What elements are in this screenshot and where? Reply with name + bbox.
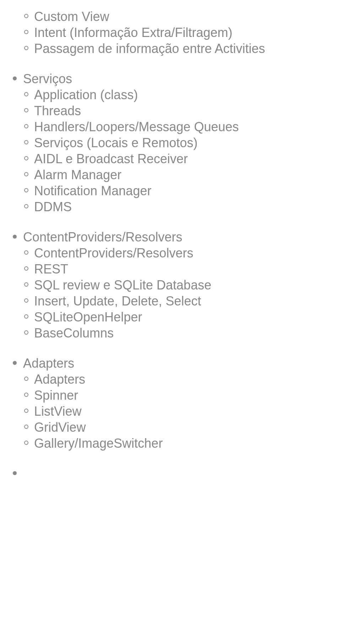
list-item: Handlers/Loopers/Message Queues <box>24 119 328 135</box>
section-servicos: Serviços Application (class) Threads Han… <box>13 71 328 215</box>
item-label: Application (class) <box>34 87 138 103</box>
item-label: Adapters <box>34 371 85 387</box>
section-header: Adapters <box>13 355 328 371</box>
list-item: DDMS <box>24 199 328 215</box>
section-contentproviders: ContentProviders/Resolvers ContentProvid… <box>13 229 328 341</box>
section-header-empty <box>13 465 328 475</box>
sublist-contentproviders: ContentProviders/Resolvers REST SQL revi… <box>13 245 328 341</box>
sublist-orphan: Custom View Intent (Informação Extra/Fil… <box>13 9 328 57</box>
section-title: Adapters <box>23 355 74 371</box>
item-label: Gallery/ImageSwitcher <box>34 435 163 451</box>
list-item: Serviços (Locais e Remotos) <box>24 135 328 151</box>
item-label: Threads <box>34 103 81 119</box>
item-label: BaseColumns <box>34 325 114 341</box>
item-label: ListView <box>34 403 81 419</box>
list-item: Insert, Update, Delete, Select <box>24 293 328 309</box>
list-item: Notification Manager <box>24 183 328 199</box>
list-item: GridView <box>24 419 328 435</box>
item-label: Notification Manager <box>34 183 151 199</box>
section-adapters: Adapters Adapters Spinner ListView GridV… <box>13 355 328 451</box>
item-label: AIDL e Broadcast Receiver <box>34 151 188 167</box>
list-item: Intent (Informação Extra/Filtragem) <box>24 25 328 41</box>
list-item: AIDL e Broadcast Receiver <box>24 151 328 167</box>
item-label: Intent (Informação Extra/Filtragem) <box>34 25 232 41</box>
sublist-adapters: Adapters Spinner ListView GridView Galle… <box>13 371 328 451</box>
list-item: Gallery/ImageSwitcher <box>24 435 328 451</box>
item-label: SQL review e SQLite Database <box>34 277 211 293</box>
section-header: ContentProviders/Resolvers <box>13 229 328 245</box>
document-page: Custom View Intent (Informação Extra/Fil… <box>0 0 341 489</box>
item-label: SQLiteOpenHelper <box>34 309 142 325</box>
sublist-servicos: Application (class) Threads Handlers/Loo… <box>13 87 328 215</box>
item-label: Serviços (Locais e Remotos) <box>34 135 197 151</box>
list-item: REST <box>24 261 328 277</box>
item-label: DDMS <box>34 199 72 215</box>
section-header: Serviços <box>13 71 328 87</box>
item-label: ContentProviders/Resolvers <box>34 245 193 261</box>
section-title: ContentProviders/Resolvers <box>23 229 182 245</box>
section-title: Serviços <box>23 71 72 87</box>
list-item: Custom View <box>24 9 328 25</box>
section-orphan: Custom View Intent (Informação Extra/Fil… <box>13 9 328 57</box>
list-item: Alarm Manager <box>24 167 328 183</box>
list-item: ContentProviders/Resolvers <box>24 245 328 261</box>
section-empty-trailing <box>13 465 328 475</box>
item-label: Custom View <box>34 9 109 25</box>
item-label: Handlers/Loopers/Message Queues <box>34 119 239 135</box>
item-label: GridView <box>34 419 86 435</box>
list-item: BaseColumns <box>24 325 328 341</box>
item-label: REST <box>34 261 68 277</box>
list-item: Threads <box>24 103 328 119</box>
list-item: Spinner <box>24 387 328 403</box>
outline-list: Custom View Intent (Informação Extra/Fil… <box>13 9 328 475</box>
item-label: Alarm Manager <box>34 167 121 183</box>
list-item: Passagem de informação entre Activities <box>24 41 328 57</box>
list-item: Adapters <box>24 371 328 387</box>
list-item: SQL review e SQLite Database <box>24 277 328 293</box>
list-item: ListView <box>24 403 328 419</box>
item-label: Insert, Update, Delete, Select <box>34 293 201 309</box>
item-label: Spinner <box>34 387 78 403</box>
list-item: SQLiteOpenHelper <box>24 309 328 325</box>
item-label: Passagem de informação entre Activities <box>34 41 265 57</box>
list-item: Application (class) <box>24 87 328 103</box>
